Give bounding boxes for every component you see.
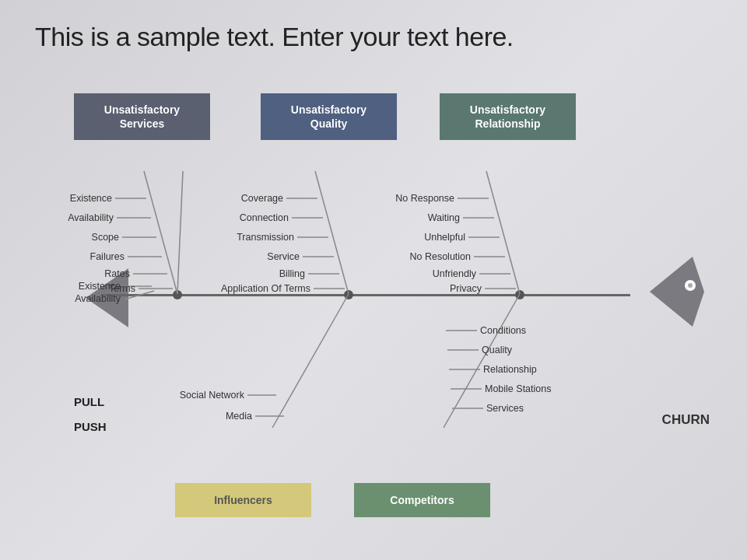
svg-text:Billing: Billing xyxy=(279,268,305,279)
churn-label: CHURN xyxy=(662,412,710,428)
svg-text:Unhelpful: Unhelpful xyxy=(424,232,465,243)
svg-text:Social Network: Social Network xyxy=(180,390,245,401)
svg-text:Privacy: Privacy xyxy=(450,283,482,294)
svg-text:Availability: Availability xyxy=(68,212,114,223)
page-title: This is a sample text. Enter your text h… xyxy=(35,22,514,52)
svg-text:Existence: Existence xyxy=(70,193,112,204)
fishbone-diagram: UnsatisfactoryServices UnsatisfactoryQua… xyxy=(31,93,716,529)
svg-line-8 xyxy=(144,171,177,294)
svg-text:Unfriendly: Unfriendly xyxy=(433,268,477,279)
svg-text:No Response: No Response xyxy=(395,193,454,204)
page: This is a sample text. Enter your text h… xyxy=(0,0,747,560)
branches-svg: Existence Availability Existence Availab… xyxy=(31,93,716,529)
svg-text:Scope: Scope xyxy=(92,232,119,243)
svg-text:Application Of Terms: Application Of Terms xyxy=(221,283,310,294)
svg-text:Media: Media xyxy=(226,411,252,422)
svg-line-21 xyxy=(315,171,349,294)
svg-text:Availability: Availability xyxy=(75,293,121,304)
svg-text:No Resolution: No Resolution xyxy=(409,251,471,262)
svg-text:Waiting: Waiting xyxy=(428,212,460,223)
svg-text:Relationship: Relationship xyxy=(483,364,537,375)
svg-text:Quality: Quality xyxy=(482,345,513,355)
svg-text:Service: Service xyxy=(267,251,300,262)
svg-line-34 xyxy=(486,171,520,294)
svg-text:Conditions: Conditions xyxy=(480,325,526,336)
svg-text:Coverage: Coverage xyxy=(241,193,283,204)
svg-text:Rates: Rates xyxy=(104,268,130,279)
influencers-box: Influencers xyxy=(175,483,311,517)
pull-label: PULL xyxy=(74,395,104,408)
push-label: PUSH xyxy=(74,420,107,433)
svg-text:Terms: Terms xyxy=(109,283,135,294)
svg-line-47 xyxy=(272,294,349,428)
competitors-label: Competitors xyxy=(390,494,454,506)
svg-line-3 xyxy=(177,171,183,294)
svg-text:Services: Services xyxy=(486,403,524,414)
svg-text:Failures: Failures xyxy=(90,251,124,262)
influencers-label: Influencers xyxy=(214,494,272,506)
svg-text:Connection: Connection xyxy=(240,212,289,223)
svg-text:Transmission: Transmission xyxy=(237,232,294,243)
competitors-box: Competitors xyxy=(354,483,490,517)
svg-text:Mobile Stations: Mobile Stations xyxy=(485,383,551,394)
